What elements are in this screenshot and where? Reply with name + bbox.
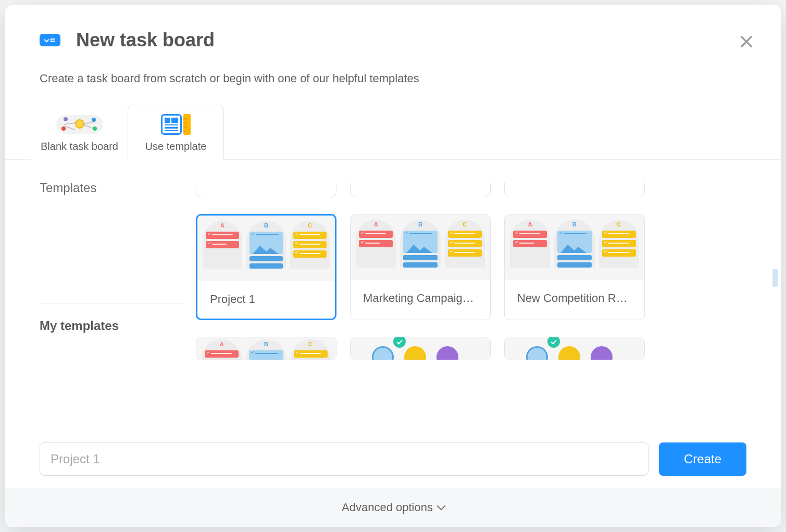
section-my-templates-label: My templates <box>40 319 185 333</box>
col-label-a: A <box>374 221 378 227</box>
tab-bar: Blank task board Use template <box>5 105 781 160</box>
col-label-c: C <box>308 222 312 229</box>
modal-header: New task board Create a task board from … <box>5 5 781 105</box>
template-card-partial[interactable] <box>196 183 336 197</box>
col-label-a: A <box>528 221 532 227</box>
col-label-b: B <box>418 221 422 227</box>
template-row: A B C Proje <box>196 214 760 320</box>
template-card-new-competition[interactable]: A B C New C <box>504 214 645 320</box>
col-label-b: B <box>264 222 268 229</box>
template-preview: A B C <box>505 214 644 280</box>
col-label-a: A <box>220 341 224 347</box>
board-icon <box>40 34 60 46</box>
my-template-card[interactable] <box>504 337 645 360</box>
scrollbar-thumb[interactable] <box>772 269 778 287</box>
col-label-c: C <box>617 221 621 227</box>
col-label-c: C <box>308 341 313 347</box>
modal-title: New task board <box>76 29 215 51</box>
template-name: New Competition R… <box>505 280 644 318</box>
col-label-b: B <box>264 341 268 347</box>
tab-label: Blank task board <box>41 141 118 152</box>
chevron-down-icon <box>436 502 445 511</box>
people-preview <box>351 337 490 360</box>
close-button[interactable] <box>736 31 757 52</box>
network-icon <box>36 112 123 136</box>
template-card-marketing-campaign[interactable]: A B C Marke <box>350 214 491 320</box>
close-icon <box>738 33 755 50</box>
my-template-card[interactable]: A B C <box>196 337 336 360</box>
col-label-c: C <box>463 221 467 227</box>
template-name: Project 1 <box>197 281 335 319</box>
modal-footer: Create <box>5 429 781 488</box>
create-button[interactable]: Create <box>659 442 746 476</box>
template-card-partial[interactable] <box>504 183 645 197</box>
advanced-options-toggle[interactable]: Advanced options <box>5 488 781 527</box>
tab-use-template[interactable]: Use template <box>128 106 224 160</box>
modal-subtitle: Create a task board from scratch or begi… <box>40 72 746 85</box>
people-preview <box>505 337 644 360</box>
template-row-partial-top <box>196 181 760 197</box>
advanced-options-label: Advanced options <box>342 501 433 514</box>
template-card-project-1[interactable]: A B C Proje <box>196 214 336 320</box>
template-name: Marketing Campaign… <box>351 280 490 318</box>
col-label-a: A <box>220 222 224 229</box>
side-labels: Templates My templates <box>40 181 185 419</box>
template-gallery: Templates My templates A B <box>5 160 781 429</box>
col-label-b: B <box>572 221 577 227</box>
template-preview: A B C <box>197 216 335 281</box>
board-name-input[interactable] <box>40 442 648 476</box>
tab-label: Use template <box>145 141 207 152</box>
tab-blank-board[interactable]: Blank task board <box>31 106 128 160</box>
my-template-row-partial: A B C <box>196 337 760 360</box>
new-task-board-modal: New task board Create a task board from … <box>5 5 781 527</box>
my-template-card[interactable] <box>350 337 491 360</box>
template-icon <box>132 112 219 136</box>
template-preview: A B C <box>351 214 490 280</box>
section-templates-label: Templates <box>40 181 185 195</box>
template-card-partial[interactable] <box>350 183 491 197</box>
